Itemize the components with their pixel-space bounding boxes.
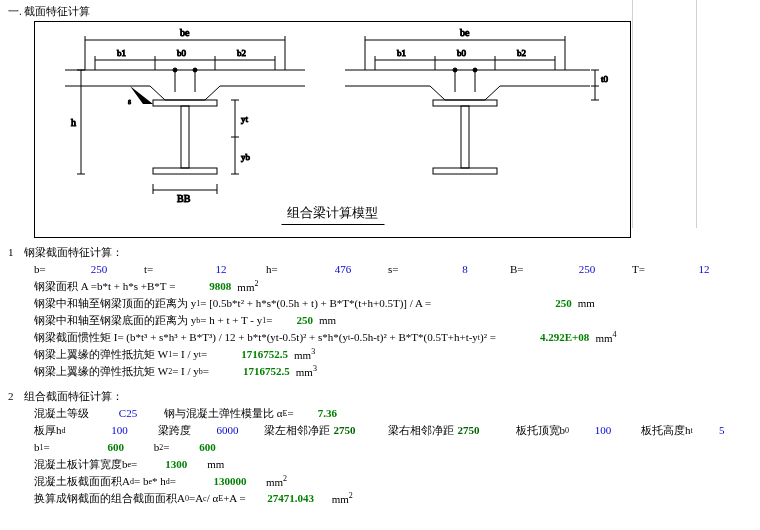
- be-value: 1300: [147, 458, 205, 470]
- header-index: 一.: [8, 4, 24, 19]
- svg-line-56: [485, 86, 500, 100]
- svg-text:b0: b0: [177, 48, 187, 58]
- param-t[interactable]: 12: [192, 263, 250, 275]
- svg-rect-63: [461, 106, 469, 168]
- y1-row: 钢梁中和轴至钢梁顶面的距离为 y1 = [0.5b*t² + h*s*(0.5h…: [8, 295, 760, 311]
- figure-caption: 组合梁计算模型: [281, 204, 384, 225]
- I-row: 钢梁截面惯性矩 I= (b*t³ + s*h³ + B*T³) / 12 + b…: [8, 329, 760, 345]
- svg-text:b2: b2: [517, 48, 526, 58]
- svg-point-19: [173, 68, 177, 72]
- param-B[interactable]: 250: [558, 263, 616, 275]
- ht[interactable]: 5: [703, 424, 741, 436]
- sec2-A0: 换算成钢截面的组合截面面积A0 =Ac/ α E +A = 27471.043 …: [8, 490, 760, 506]
- svg-point-59: [453, 68, 457, 72]
- header-title: 截面特征计算: [24, 4, 90, 19]
- svg-text:yb: yb: [241, 152, 251, 162]
- svg-text:b0: b0: [457, 48, 467, 58]
- svg-rect-25: [153, 168, 217, 174]
- doc-header: 一. 截面特征计算: [8, 4, 760, 19]
- svg-rect-62: [433, 100, 497, 106]
- svg-rect-23: [153, 100, 217, 106]
- I-value: 4.292E+08: [536, 331, 593, 343]
- hd[interactable]: 100: [94, 424, 146, 436]
- sec2-header: 2 组合截面特征计算：: [8, 388, 760, 404]
- svg-text:b2: b2: [237, 48, 246, 58]
- sec2-b1b2: b1 = 600 b2 = 600: [8, 439, 760, 455]
- sec2-line1: 混凝土等级 C25 钢与混凝土弹性模量比 αE = 7.36: [8, 405, 760, 421]
- param-b[interactable]: 250: [70, 263, 128, 275]
- figure-box: be b1 b0 b2 s h yt yb: [34, 21, 631, 238]
- b1-value: 600: [90, 441, 142, 453]
- W2-value: 1716752.5: [239, 365, 294, 377]
- svg-text:s: s: [128, 97, 131, 106]
- svg-text:b1: b1: [397, 48, 406, 58]
- y1-value: 250: [551, 297, 576, 309]
- param-s[interactable]: 8: [436, 263, 494, 275]
- A0-value: 27471.043: [252, 492, 330, 504]
- svg-text:b1: b1: [117, 48, 126, 58]
- W1-value: 1716752.5: [237, 348, 292, 360]
- svg-text:yt: yt: [241, 114, 249, 124]
- svg-point-61: [473, 68, 477, 72]
- svg-line-16: [205, 86, 220, 100]
- sec1-header: 1 钢梁截面特征计算：: [8, 244, 760, 260]
- b0[interactable]: 100: [579, 424, 627, 436]
- svg-line-15: [150, 86, 165, 100]
- W2-row: 钢梁上翼缘的弹性抵抗矩 W2 = I / yb = 1716752.5 mm3: [8, 363, 760, 379]
- left-gap[interactable]: 2750: [330, 424, 378, 436]
- svg-point-21: [193, 68, 197, 72]
- sec2-Ad: 混凝土板截面面积Ad = be * hd = 130000 mm2: [8, 473, 760, 489]
- svg-rect-24: [181, 106, 189, 168]
- sec2-be: 混凝土板计算宽度be= 1300 mm: [8, 456, 760, 472]
- param-h[interactable]: 476: [314, 263, 372, 275]
- area-row: 钢梁面积 A =b*t + h*s +B*T = 9808 mm2: [8, 278, 760, 294]
- concrete-grade[interactable]: C25: [104, 407, 152, 419]
- svg-text:BB: BB: [177, 193, 191, 204]
- Ad-value: 130000: [196, 475, 264, 487]
- svg-text:h: h: [71, 117, 76, 128]
- b2-value: 600: [181, 441, 233, 453]
- span[interactable]: 6000: [202, 424, 254, 436]
- param-T[interactable]: 12: [680, 263, 728, 275]
- svg-text:be: be: [180, 27, 190, 38]
- sec1-params: b= 250 t= 12 h= 476 s= 8 B= 250 T= 12: [8, 261, 760, 277]
- area-value: 9808: [205, 280, 235, 292]
- yb-row: 钢梁中和轴至钢梁底面的距离为 yb = h + t + T - y1 = 250…: [8, 312, 760, 328]
- svg-rect-64: [433, 168, 497, 174]
- right-gap[interactable]: 2750: [454, 424, 502, 436]
- alphaE-value: 7.36: [314, 407, 341, 419]
- yb-value: 250: [292, 314, 317, 326]
- svg-text:t0: t0: [601, 74, 609, 84]
- W1-row: 钢梁上翼缘的弹性抵抗矩 W1 = I / yt = 1716752.5 mm3: [8, 346, 760, 362]
- svg-text:be: be: [460, 27, 470, 38]
- sec2-line2: 板厚hd 100 梁跨度 6000 梁左相邻净距 2750 梁右相邻净距 275…: [8, 422, 760, 438]
- svg-line-55: [430, 86, 445, 100]
